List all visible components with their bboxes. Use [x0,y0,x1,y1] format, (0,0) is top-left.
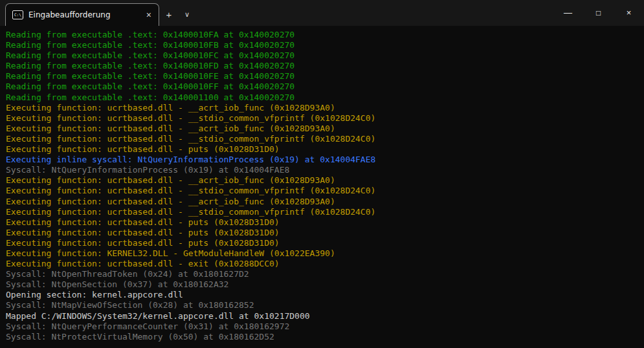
titlebar: C:\_ Eingabeaufforderung × + ∨ — □ × [0,0,644,26]
cmd-icon: C:\_ [12,10,23,19]
terminal-line: Executing inline syscall: NtQueryInforma… [6,155,644,165]
tab-dropdown-chevron-icon[interactable]: ∨ [179,3,195,26]
terminal-line: Executing function: ucrtbased.dll - __ac… [6,197,644,207]
terminal-output[interactable]: Reading from executable .text: 0x1400010… [0,26,644,348]
terminal-line: Executing function: ucrtbased.dll - __ac… [6,175,644,186]
terminal-line: Reading from executable .text: 0x1400011… [6,92,644,103]
close-button[interactable]: × [614,0,644,26]
terminal-line: Reading from executable .text: 0x1400010… [6,30,644,40]
new-tab-button[interactable]: + [159,3,179,26]
terminal-line: Reading from executable .text: 0x1400010… [6,71,644,82]
terminal-line: Executing function: ucrtbased.dll - puts… [6,217,644,228]
terminal-line: Reading from executable .text: 0x1400010… [6,40,644,50]
terminal-line: Reading from executable .text: 0x1400010… [6,50,644,61]
terminal-line: Mapped C:/WINDOWS/System32/kernel.appcor… [6,311,644,321]
minimize-button[interactable]: — [553,0,583,26]
terminal-line: Syscall: NtMapViewOfSection (0x28) at 0x… [6,300,644,310]
terminal-line: Executing function: ucrtbased.dll - __st… [6,134,644,144]
terminal-line: Executing function: ucrtbased.dll - __ac… [6,103,644,113]
terminal-line: Executing function: ucrtbased.dll - puts… [6,228,644,238]
terminal-line: Syscall: NtOpenSection (0x37) at 0x18016… [6,279,644,290]
terminal-line: Syscall: NtQueryPerformanceCounter (0x31… [6,321,644,332]
terminal-line: Executing function: ucrtbased.dll - exit… [6,259,644,269]
tab-eingabeaufforderung[interactable]: C:\_ Eingabeaufforderung × [5,3,159,26]
terminal-line: Reading from executable .text: 0x1400010… [6,61,644,71]
terminal-line: Executing function: ucrtbased.dll - __st… [6,186,644,196]
terminal-window: C:\_ Eingabeaufforderung × + ∨ — □ × Rea… [0,0,644,348]
terminal-line: Executing function: ucrtbased.dll - __ac… [6,124,644,134]
terminal-line: Executing function: ucrtbased.dll - puts… [6,238,644,248]
terminal-line: Syscall: NtQueryInformationProcess (0x19… [6,165,644,175]
tab-title: Eingabeaufforderung [28,10,138,19]
terminal-line: Executing function: ucrtbased.dll - __st… [6,207,644,217]
terminal-line: Executing function: ucrtbased.dll - puts… [6,144,644,155]
tab-close-icon[interactable]: × [143,10,155,20]
terminal-line: Opening section: kernel.appcore.dll [6,290,644,300]
terminal-line: Executing function: KERNEL32.DLL - GetMo… [6,248,644,259]
terminal-line: Syscall: NtProtectVirtualMemory (0x50) a… [6,332,644,342]
terminal-line: Executing function: ucrtbased.dll - __st… [6,113,644,124]
window-controls: — □ × [553,0,644,26]
terminal-line: Syscall: NtOpenThreadToken (0x24) at 0x1… [6,269,644,279]
terminal-line: Reading from executable .text: 0x1400010… [6,82,644,92]
maximize-button[interactable]: □ [583,0,614,26]
